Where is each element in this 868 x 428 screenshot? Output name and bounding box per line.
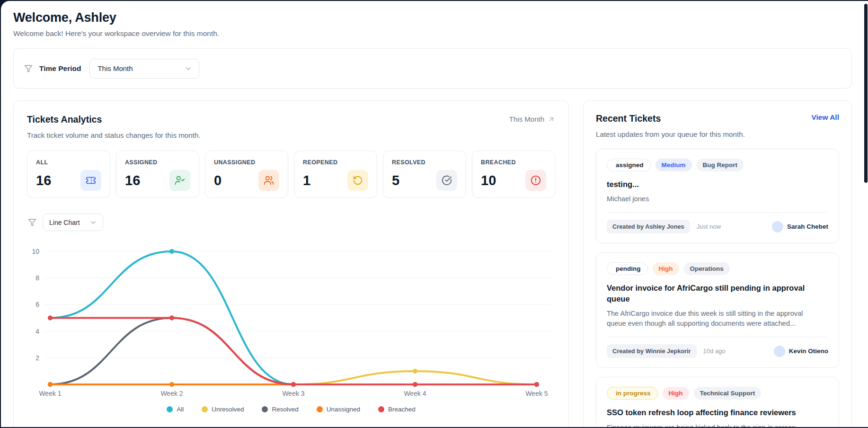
- chevron-down-icon: [185, 65, 192, 72]
- stat-label: ALL: [36, 159, 101, 166]
- legend-dot: [378, 406, 384, 412]
- ticket-badges: pending High Operations: [607, 262, 828, 275]
- funnel-icon: [28, 218, 36, 227]
- y-axis-tick: 10: [32, 248, 39, 255]
- analytics-period-link[interactable]: This Month: [509, 115, 555, 123]
- created-by-pill: Created by Ashley Jones: [607, 220, 690, 233]
- y-axis-tick: 4: [35, 328, 39, 335]
- avatar: [774, 346, 785, 357]
- recent-tickets-subtitle: Latest updates from your queue for this …: [596, 130, 839, 138]
- stat-label: BREACHED: [481, 159, 546, 166]
- divider: [607, 212, 828, 213]
- status-label: in progress: [616, 390, 651, 397]
- ticket-title: Vendor invoice for AfriCargo still pendi…: [607, 283, 815, 304]
- stat-value: 5: [392, 173, 399, 188]
- category-badge: Operations: [684, 262, 730, 275]
- time-period-filter-bar: Time Period This Month: [13, 48, 852, 89]
- legend-item-breached[interactable]: Breached: [378, 406, 416, 413]
- status-badge: in progress: [607, 387, 658, 400]
- status-label: pending: [616, 265, 641, 272]
- data-point: [48, 382, 53, 387]
- legend-label: Unresolved: [212, 406, 244, 413]
- page-title: Welcome, Ashley: [13, 10, 852, 25]
- ticket-badges: in progress High Technical Support: [607, 387, 828, 400]
- funnel-icon: [24, 64, 33, 73]
- analytics-period-text: This Month: [509, 115, 544, 123]
- ticket-card[interactable]: assigned Medium Bug Report testing... Mi…: [596, 149, 839, 243]
- legend-item-all[interactable]: All: [167, 406, 184, 413]
- legend-dot: [202, 406, 208, 412]
- assignee-name: Sarah Chebet: [787, 223, 828, 230]
- stat-card: REOPENED 1: [294, 151, 377, 198]
- view-all-link[interactable]: View All: [811, 113, 839, 122]
- ticket-card[interactable]: in progress High Technical Support SSO t…: [596, 377, 839, 427]
- stat-value: 16: [36, 173, 51, 188]
- alert-circle-icon: [531, 175, 541, 186]
- x-axis-tick: Week 3: [282, 390, 304, 397]
- chart-type-select[interactable]: Line Chart: [43, 214, 103, 231]
- legend-item-resolved[interactable]: Resolved: [262, 406, 298, 413]
- data-point: [413, 382, 417, 387]
- legend-label: Resolved: [272, 406, 298, 413]
- stat-value: 16: [125, 173, 140, 188]
- stat-card: BREACHED 10: [472, 151, 555, 198]
- x-axis-tick: Week 4: [404, 390, 426, 397]
- data-point: [169, 316, 174, 321]
- legend-item-unresolved[interactable]: Unresolved: [202, 406, 244, 413]
- ticket-description: The AfriCargo invoice due this week is s…: [607, 309, 820, 329]
- analytics-title: Tickets Analytics: [27, 114, 102, 125]
- chart-legend: AllUnresolvedResolvedUnassignedBreached: [27, 406, 555, 413]
- stat-card: ASSIGNED 16: [116, 151, 199, 198]
- data-point: [291, 382, 296, 387]
- line-chart-area: 246810Week 1Week 2Week 3Week 4Week 5 All…: [27, 239, 555, 413]
- stat-card: UNASSIGNED 0: [205, 151, 288, 198]
- data-point: [413, 369, 417, 374]
- ticket-description: Finance reviewers are being kicked back …: [607, 423, 820, 427]
- arrow-up-right-icon: [548, 116, 555, 123]
- ticket-time: 10d ago: [703, 348, 726, 355]
- ticket-list: assigned Medium Bug Report testing... Mi…: [596, 149, 839, 427]
- legend-dot: [317, 406, 323, 412]
- y-axis-tick: 6: [35, 301, 39, 308]
- legend-item-unassigned[interactable]: Unassigned: [317, 406, 360, 413]
- status-badge: assigned: [607, 159, 651, 171]
- line-chart: 246810Week 1Week 2Week 3Week 4Week 5: [27, 239, 556, 402]
- created-by-pill: Created by Winnie Jepkorir: [607, 344, 697, 358]
- x-axis-tick: Week 2: [160, 390, 183, 397]
- ticket-footer: Created by Winnie Jepkorir 10d ago Kevin…: [607, 344, 828, 358]
- ticket-time: Just now: [697, 223, 721, 230]
- data-point: [534, 382, 539, 387]
- ticket-title: testing...: [607, 179, 815, 189]
- ticket-description: Michael jones: [607, 194, 820, 204]
- status-label: assigned: [616, 161, 644, 169]
- recent-tickets-title: Recent Tickets: [596, 113, 661, 124]
- time-period-value: This Month: [97, 64, 133, 72]
- stat-card: RESOLVED 5: [383, 151, 466, 198]
- assignee: Sarah Chebet: [772, 221, 828, 232]
- scrollbar-thumb[interactable]: [864, 4, 868, 183]
- x-axis-tick: Week 1: [39, 390, 61, 397]
- category-badge: Technical Support: [694, 387, 762, 400]
- rotate-ccw-icon: [353, 175, 363, 186]
- legend-label: Breached: [388, 406, 416, 413]
- stat-card: ALL 16: [27, 151, 110, 198]
- page-header: Welcome, Ashley Welcome back! Here's you…: [13, 10, 852, 38]
- main-content-panel: Welcome, Ashley Welcome back! Here's you…: [1, 1, 868, 427]
- tickets-analytics-card: Tickets Analytics This Month Track ticke…: [13, 100, 569, 427]
- legend-dot: [167, 406, 173, 412]
- data-point: [169, 249, 174, 254]
- legend-label: All: [177, 406, 184, 413]
- priority-badge: Medium: [655, 159, 692, 171]
- stat-label: REOPENED: [303, 159, 368, 166]
- time-period-label: Time Period: [39, 64, 81, 73]
- recent-tickets-panel: Recent Tickets View All Latest updates f…: [583, 100, 852, 427]
- users-icon: [264, 175, 274, 186]
- y-axis-tick: 2: [35, 354, 39, 362]
- time-period-select[interactable]: This Month: [89, 59, 199, 79]
- stat-label: RESOLVED: [392, 159, 457, 166]
- legend-label: Unassigned: [327, 406, 360, 413]
- ticket-card[interactable]: pending High Operations Vendor invoice f…: [596, 252, 839, 368]
- stat-value: 10: [481, 173, 496, 188]
- assignee-name: Kevin Otieno: [789, 348, 828, 355]
- stats-row: ALL 16 ASSIGNED 16 UNASSIGNED 0 REOPENED…: [27, 151, 555, 198]
